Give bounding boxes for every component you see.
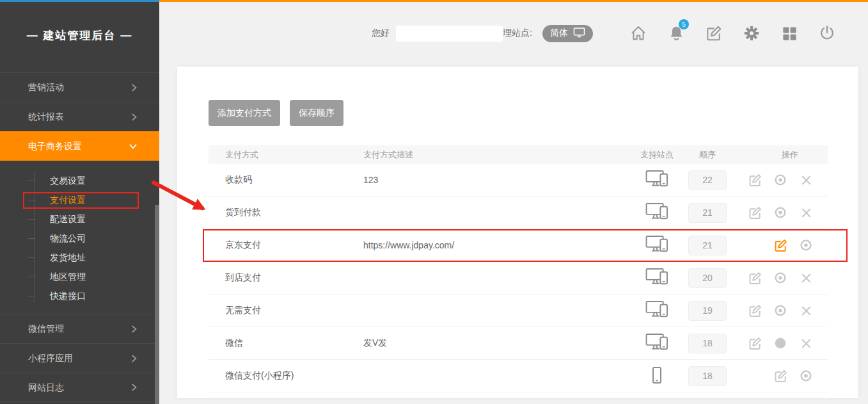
edit-icon[interactable] — [773, 238, 788, 253]
notification-bell-icon[interactable]: 5 — [667, 24, 686, 43]
submenu-item-region-management[interactable]: 地区管理 — [0, 267, 159, 286]
order-input[interactable]: 18 — [688, 334, 727, 353]
view-icon[interactable] — [773, 270, 788, 286]
payment-method-name: 京东支付 — [209, 239, 363, 251]
sidebar-item-marketing[interactable]: 营销活动 — [0, 72, 159, 102]
submenu-item-payment-settings[interactable]: 支付设置 — [0, 190, 159, 209]
close-icon[interactable] — [798, 270, 814, 286]
payment-method-name: 收款码 — [209, 174, 363, 186]
table-row: 收款码12322 — [209, 164, 828, 197]
sidebar-scrollbar[interactable] — [155, 205, 159, 404]
view-icon[interactable] — [798, 368, 814, 384]
submenu-ecommerce: 交易设置 支付设置 配送设置 物流公司 发货地址 地区管理 快递接口 — [0, 161, 159, 314]
op-spacer — [747, 238, 762, 253]
toolbar: 添加支付方式 保存顺序 — [177, 67, 858, 126]
table-row: 货到付款21 — [209, 197, 828, 229]
view-icon[interactable] — [773, 303, 788, 318]
desktop-mobile-icon — [645, 169, 669, 191]
language-label: 简体 — [550, 28, 568, 39]
desktop-mobile-icon — [645, 267, 669, 289]
submenu-item-logistics-company[interactable]: 物流公司 — [0, 229, 159, 248]
chevron-right-icon — [131, 314, 138, 343]
payment-settings-panel: 添加支付方式 保存顺序 支付方式 支付方式描述 支持站点 顺序 操作 收款码12… — [177, 67, 858, 398]
disabled-dot-icon[interactable] — [773, 335, 788, 351]
add-payment-method-button[interactable]: 添加支付方式 — [209, 100, 280, 126]
desktop-mobile-icon — [645, 332, 669, 354]
table-row: 到店支付20 — [209, 262, 828, 295]
payment-method-description: https://www.jdpay.com/ — [363, 240, 618, 250]
sidebar-item-wechat-management[interactable]: 微信管理 — [0, 314, 159, 343]
redacted-username — [396, 26, 503, 42]
close-icon[interactable] — [798, 303, 814, 318]
close-icon[interactable] — [798, 172, 814, 188]
sidebar-item-site-logs[interactable]: 网站日志 — [0, 373, 159, 402]
sidebar-item-label: 统计报表 — [28, 111, 64, 122]
submenu-item-express-interface[interactable]: 快递接口 — [0, 286, 159, 305]
order-input[interactable]: 20 — [688, 268, 727, 288]
column-header-description: 支付方式描述 — [363, 149, 618, 161]
home-icon[interactable] — [629, 24, 648, 43]
chevron-right-icon — [131, 73, 138, 102]
submenu-item-transaction-settings[interactable]: 交易设置 — [0, 171, 159, 190]
save-order-button[interactable]: 保存顺序 — [290, 100, 343, 126]
sidebar-item-statistics[interactable]: 统计报表 — [0, 102, 159, 131]
order-input[interactable]: 19 — [688, 301, 727, 321]
view-icon[interactable] — [773, 172, 788, 188]
payment-method-description: 123 — [363, 175, 618, 185]
sidebar-item-label: 微信管理 — [28, 323, 64, 334]
power-logout-icon[interactable] — [817, 24, 837, 43]
notification-badge: 5 — [679, 19, 689, 29]
order-input[interactable]: 18 — [688, 366, 727, 386]
payment-method-name: 微信 — [209, 337, 363, 349]
desktop-mobile-icon — [645, 202, 669, 223]
monitor-icon — [573, 27, 585, 40]
app-title: — 建站管理后台 — — [0, 0, 159, 43]
desktop-mobile-icon — [645, 300, 669, 321]
table-body: 收款码12322货到付款21京东支付https://www.jdpay.com/… — [209, 164, 828, 398]
table-row: 微信发V发18 — [209, 327, 828, 360]
order-input[interactable]: 21 — [688, 203, 727, 223]
language-switch-button[interactable]: 简体 — [542, 25, 593, 42]
close-icon[interactable] — [798, 335, 814, 351]
sidebar-item-ecommerce-settings[interactable]: 电子商务设置 — [0, 131, 159, 161]
order-input[interactable]: 22 — [688, 170, 727, 190]
payment-method-name: 微信支付(小程序) — [209, 370, 363, 382]
mobile-icon — [652, 367, 661, 385]
main-accent-line — [159, 0, 868, 2]
desktop-mobile-icon — [645, 398, 669, 398]
view-icon[interactable] — [798, 238, 814, 253]
submenu-item-delivery-settings[interactable]: 配送设置 — [0, 209, 159, 229]
payment-methods-table: 支付方式 支付方式描述 支持站点 顺序 操作 收款码12322货到付款21京东支… — [209, 145, 828, 398]
table-row: 京东支付https://www.jdpay.com/21 — [209, 229, 828, 262]
close-icon[interactable] — [798, 205, 814, 220]
sidebar-item-label: 营销活动 — [28, 82, 64, 92]
chevron-right-icon — [131, 373, 138, 401]
edit-icon[interactable] — [747, 172, 762, 188]
sidebar-item-label: 小程序应用 — [28, 353, 73, 363]
edit-icon[interactable] — [747, 303, 762, 318]
view-icon[interactable] — [773, 205, 788, 220]
settings-gear-icon[interactable] — [742, 24, 761, 43]
chevron-right-icon — [131, 344, 138, 373]
compose-icon[interactable] — [704, 24, 723, 43]
topbar: 您好 管理站点: 简体 5 — [159, 0, 868, 67]
payment-method-name: 到店支付 — [209, 272, 363, 284]
sidebar-accent-line — [0, 0, 159, 2]
column-header-operations: 操作 — [727, 149, 828, 161]
sidebar-item-miniprogram-apps[interactable]: 小程序应用 — [0, 343, 159, 373]
edit-icon[interactable] — [747, 270, 762, 286]
edit-icon[interactable] — [747, 205, 762, 220]
column-header-supported-sites: 支持站点 — [618, 149, 688, 161]
payment-method-name: 货到付款 — [209, 207, 363, 218]
submenu-item-shipping-address[interactable]: 发货地址 — [0, 248, 159, 267]
table-row — [209, 392, 828, 398]
column-header-payment-method: 支付方式 — [209, 149, 363, 161]
edit-icon[interactable] — [747, 335, 762, 351]
table-header-row: 支付方式 支付方式描述 支持站点 顺序 操作 — [209, 145, 828, 164]
table-row: 微信支付(小程序)18 — [209, 360, 828, 392]
order-input[interactable]: 21 — [688, 236, 727, 255]
op-spacer — [747, 368, 762, 384]
sidebar-item-label: 网站日志 — [28, 382, 64, 392]
edit-icon[interactable] — [773, 368, 788, 384]
apps-grid-icon[interactable] — [780, 24, 799, 43]
